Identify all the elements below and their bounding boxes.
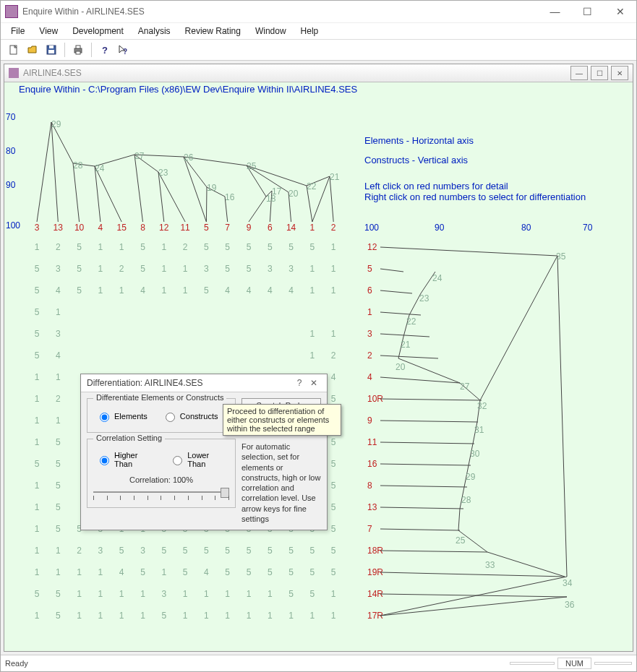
element-number[interactable]: 5 — [204, 223, 209, 233]
construct-number[interactable]: 11 — [367, 437, 377, 447]
svg-text:26: 26 — [184, 152, 194, 163]
save-icon[interactable] — [43, 41, 60, 59]
construct-number[interactable]: 12 — [367, 242, 377, 252]
svg-text:5: 5 — [247, 242, 252, 252]
element-number[interactable]: 6 — [268, 223, 273, 233]
correlation-slider[interactable] — [93, 487, 229, 501]
svg-text:4: 4 — [56, 350, 61, 361]
svg-text:2: 2 — [56, 242, 61, 252]
doc-maximize-button[interactable]: ☐ — [591, 66, 608, 80]
construct-number[interactable]: 7 — [367, 524, 372, 534]
svg-text:100: 100 — [364, 223, 379, 233]
svg-text:5: 5 — [331, 481, 336, 491]
svg-text:Elements - Horizontal axis: Elements - Horizontal axis — [364, 135, 474, 146]
svg-text:1: 1 — [35, 567, 40, 577]
element-number[interactable]: 10 — [74, 223, 85, 233]
dialog-help-button[interactable]: ? — [292, 378, 307, 388]
construct-number[interactable]: 16 — [367, 459, 377, 469]
construct-number[interactable]: 2 — [367, 350, 372, 361]
svg-text:4: 4 — [140, 285, 145, 296]
construct-number[interactable]: 13 — [367, 502, 377, 512]
svg-text:1: 1 — [268, 611, 273, 621]
open-icon[interactable] — [24, 41, 41, 59]
menu-analysis[interactable]: Analysis — [131, 25, 178, 38]
svg-text:1: 1 — [35, 546, 40, 556]
svg-text:5: 5 — [225, 242, 230, 252]
titlebar: Enquire Within - AIRLINE4.SES — ☐ ✕ — [1, 1, 636, 23]
minimize-button[interactable]: — — [539, 1, 571, 22]
radio-constructs[interactable]: Constructs — [162, 410, 218, 422]
element-number[interactable]: 9 — [247, 223, 252, 233]
element-number[interactable]: 15 — [117, 223, 127, 233]
svg-text:5: 5 — [268, 567, 273, 577]
maximize-button[interactable]: ☐ — [571, 1, 604, 22]
svg-text:1: 1 — [35, 481, 40, 491]
construct-number[interactable]: 9 — [367, 415, 372, 426]
menu-review-rating[interactable]: Review Rating — [178, 25, 248, 38]
construct-number[interactable]: 6 — [367, 285, 372, 296]
menu-file[interactable]: File — [4, 25, 32, 38]
svg-text:5: 5 — [56, 524, 61, 534]
svg-text:1: 1 — [119, 242, 124, 252]
radio-lower[interactable]: Lower Than — [169, 451, 226, 468]
svg-text:5: 5 — [140, 242, 145, 252]
doc-minimize-button[interactable]: — — [570, 66, 588, 80]
svg-text:21: 21 — [401, 340, 411, 350]
svg-text:2: 2 — [331, 350, 336, 361]
svg-text:3: 3 — [140, 546, 145, 556]
svg-text:1: 1 — [98, 567, 103, 577]
doc-close-button[interactable]: ✕ — [611, 66, 628, 80]
svg-text:5: 5 — [331, 437, 336, 447]
svg-text:1: 1 — [56, 546, 61, 556]
element-number[interactable]: 11 — [180, 223, 190, 233]
svg-text:1: 1 — [77, 611, 82, 621]
whats-this-icon[interactable]: ? — [115, 41, 132, 59]
menu-window[interactable]: Window — [248, 25, 294, 38]
element-number[interactable]: 12 — [159, 223, 169, 233]
svg-text:1: 1 — [161, 242, 166, 252]
svg-text:2: 2 — [119, 264, 124, 274]
svg-text:1: 1 — [225, 611, 230, 621]
new-icon[interactable] — [5, 41, 22, 59]
construct-number[interactable]: 3 — [367, 329, 372, 339]
element-number[interactable]: 2 — [331, 223, 336, 233]
dialog-close-button[interactable]: ✕ — [307, 378, 321, 388]
construct-number[interactable]: 4 — [367, 372, 372, 382]
element-number[interactable]: 14 — [286, 223, 296, 233]
svg-text:4: 4 — [247, 285, 252, 296]
svg-text:5: 5 — [331, 394, 336, 404]
print-icon[interactable] — [69, 41, 87, 59]
menu-development[interactable]: Development — [65, 25, 131, 38]
svg-text:1: 1 — [331, 242, 336, 252]
svg-text:5: 5 — [35, 264, 40, 274]
element-number[interactable]: 13 — [54, 223, 64, 233]
svg-text:5: 5 — [288, 546, 294, 556]
svg-text:5: 5 — [331, 546, 336, 556]
element-number[interactable]: 8 — [140, 223, 145, 233]
menu-view[interactable]: View — [32, 25, 65, 38]
menu-help[interactable]: Help — [294, 25, 326, 38]
svg-text:4: 4 — [56, 285, 61, 296]
element-number[interactable]: 3 — [35, 223, 40, 233]
close-button[interactable]: ✕ — [604, 1, 636, 22]
svg-text:5: 5 — [56, 481, 61, 491]
svg-text:5: 5 — [77, 285, 82, 296]
svg-text:5: 5 — [288, 589, 294, 599]
differentiate-group: Differentiate Elements or Constructs Ele… — [87, 398, 236, 433]
svg-text:2: 2 — [77, 546, 82, 556]
radio-elements[interactable]: Elements — [96, 410, 148, 422]
element-number[interactable]: 4 — [98, 223, 103, 233]
element-number[interactable]: 7 — [225, 223, 230, 233]
svg-text:5: 5 — [331, 567, 336, 577]
svg-text:3: 3 — [268, 264, 273, 274]
svg-text:Enquire Within - C:\Program Fi: Enquire Within - C:\Program Files (x86)\… — [19, 84, 357, 95]
construct-number[interactable]: 1 — [367, 307, 372, 317]
radio-higher[interactable]: Higher Than — [96, 451, 155, 468]
svg-text:22: 22 — [406, 316, 416, 327]
element-number[interactable]: 1 — [310, 223, 315, 233]
construct-number[interactable]: 5 — [367, 264, 372, 274]
help-icon[interactable]: ? — [96, 41, 114, 59]
construct-number[interactable]: 8 — [367, 481, 372, 491]
svg-text:3: 3 — [98, 546, 103, 556]
svg-text:20: 20 — [288, 189, 299, 199]
